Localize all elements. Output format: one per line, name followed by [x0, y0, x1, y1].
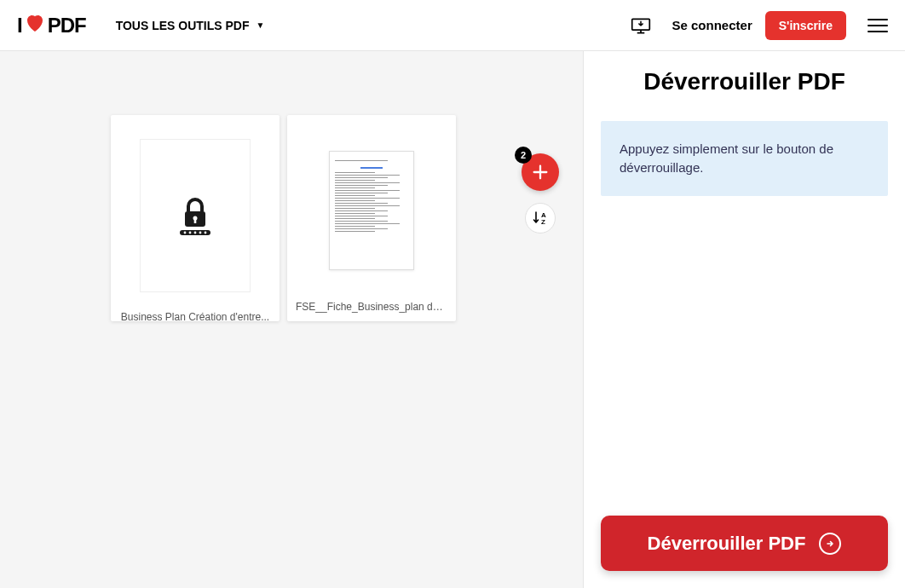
svg-text:Z: Z	[541, 218, 545, 226]
sort-az-icon: AZ	[532, 210, 549, 227]
file-name: Business Plan Création d'entre...	[111, 304, 280, 321]
heart-icon	[24, 14, 46, 37]
unlock-button[interactable]: Déverrouiller PDF	[601, 516, 888, 571]
workspace: Business Plan Création d'entre...	[0, 51, 583, 588]
lock-icon	[175, 194, 216, 237]
svg-point-6	[189, 232, 192, 234]
tools-dropdown[interactable]: TOUS LES OUTILS PDF ▼	[116, 19, 265, 32]
file-card[interactable]: Business Plan Création d'entre...	[111, 115, 280, 321]
main: Business Plan Création d'entre...	[0, 51, 905, 588]
svg-point-9	[205, 232, 207, 234]
arrow-right-icon	[819, 533, 841, 555]
hint-box: Appuyez simplement sur le bouton de déve…	[601, 121, 888, 196]
download-desktop-icon[interactable]	[631, 15, 651, 36]
logo-prefix: I	[17, 14, 22, 37]
signin-link[interactable]: Se connecter	[672, 18, 752, 32]
file-card[interactable]: FSE__Fiche_Business_plan déta...	[287, 115, 456, 321]
plus-icon	[531, 163, 550, 182]
unlock-button-label: Déverrouiller PDF	[648, 533, 806, 555]
logo-suffix: PDF	[48, 14, 86, 37]
caret-down-icon: ▼	[257, 20, 265, 30]
panel-title: Déverrouiller PDF	[601, 68, 888, 95]
signup-button[interactable]: S'inscrire	[765, 11, 846, 40]
file-preview-locked	[111, 115, 280, 304]
file-list: Business Plan Création d'entre...	[111, 115, 583, 321]
sort-button[interactable]: AZ	[525, 203, 556, 233]
add-file-button[interactable]: 2	[522, 153, 559, 191]
menu-icon[interactable]	[868, 14, 888, 37]
tools-label: TOUS LES OUTILS PDF	[116, 19, 250, 32]
file-name: FSE__Fiche_Business_plan déta...	[287, 294, 456, 321]
doc-thumb	[329, 151, 414, 270]
svg-point-8	[199, 232, 202, 234]
svg-rect-3	[194, 219, 197, 223]
header: I PDF TOUS LES OUTILS PDF ▼ Se connecter…	[0, 0, 905, 51]
svg-point-5	[184, 232, 187, 234]
sidebar-panel: Déverrouiller PDF Appuyez simplement sur…	[583, 51, 905, 588]
file-count-badge: 2	[515, 147, 532, 164]
svg-point-7	[194, 232, 197, 234]
file-preview-doc	[287, 115, 456, 294]
logo[interactable]: I PDF	[17, 14, 86, 37]
floating-tools: 2 AZ	[522, 153, 559, 233]
